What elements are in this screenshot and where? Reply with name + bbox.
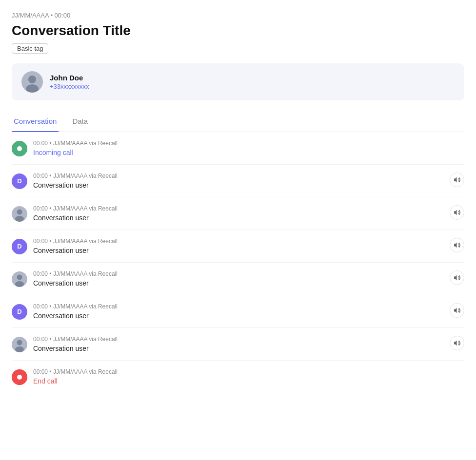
event-body: 00:00 • JJ/MM/AAAA via Reecall Conversat… — [33, 303, 444, 320]
event-icon-photo — [12, 271, 27, 287]
event-meta: 00:00 • JJ/MM/AAAA via Reecall — [33, 172, 444, 179]
svg-point-6 — [17, 209, 22, 214]
event-text: Conversation user — [33, 214, 444, 222]
event-meta: 00:00 • JJ/MM/AAAA via Reecall — [33, 270, 444, 277]
event-body: 00:00 • JJ/MM/AAAA via Reecall Conversat… — [33, 270, 444, 287]
event-meta: 00:00 • JJ/MM/AAAA via Reecall — [33, 368, 458, 375]
event-meta: 00:00 • JJ/MM/AAAA via Reecall — [33, 205, 444, 212]
event-icon-photo — [12, 337, 27, 352]
contact-card: John Doe +33xxxxxxxxx — [12, 63, 464, 100]
svg-point-9 — [17, 274, 22, 280]
event-text: Conversation user — [33, 279, 444, 287]
page-title: Conversation Title — [12, 23, 464, 38]
event-body: 00:00 • JJ/MM/AAAA via Reecall Conversat… — [33, 336, 444, 352]
event-text: Conversation user — [33, 181, 444, 189]
audio-button[interactable] — [450, 336, 464, 350]
event-actions — [450, 336, 464, 350]
event-icon-purple: D — [12, 304, 27, 320]
svg-point-1 — [28, 76, 36, 83]
event-body: 00:00 • JJ/MM/AAAA via Reecall End call — [33, 368, 458, 385]
svg-point-13 — [15, 346, 24, 352]
svg-point-7 — [15, 216, 24, 222]
conversation-list: 00:00 • JJ/MM/AAAA via Reecall Incoming … — [12, 132, 464, 393]
list-item: 00:00 • JJ/MM/AAAA via Reecall Conversat… — [12, 328, 464, 361]
tab-data[interactable]: Data — [70, 112, 90, 132]
audio-button[interactable] — [450, 303, 464, 318]
event-body: 00:00 • JJ/MM/AAAA via Reecall Conversat… — [33, 172, 444, 189]
svg-point-12 — [17, 340, 22, 345]
event-text: Conversation user — [33, 345, 444, 352]
list-item: D 00:00 • JJ/MM/AAAA via Reecall Convers… — [12, 165, 464, 197]
page: JJ/MM/AAAA • 00:00 Conversation Title Ba… — [0, 0, 476, 393]
svg-point-10 — [15, 281, 24, 287]
avatar — [21, 71, 43, 93]
tab-conversation[interactable]: Conversation — [12, 112, 59, 132]
event-text: End call — [33, 377, 458, 385]
list-item: 00:00 • JJ/MM/AAAA via Reecall Conversat… — [12, 197, 464, 230]
svg-point-15 — [17, 375, 22, 380]
event-body: 00:00 • JJ/MM/AAAA via Reecall Conversat… — [33, 205, 444, 222]
event-actions — [450, 303, 464, 318]
event-body: 00:00 • JJ/MM/AAAA via Reecall Conversat… — [33, 238, 444, 254]
contact-info: John Doe +33xxxxxxxxx — [50, 74, 89, 90]
list-item: 00:00 • JJ/MM/AAAA via Reecall Conversat… — [12, 263, 464, 295]
event-meta: 00:00 • JJ/MM/AAAA via Reecall — [33, 303, 444, 310]
event-icon-green — [12, 141, 27, 156]
audio-button[interactable] — [450, 172, 464, 187]
event-actions — [450, 205, 464, 220]
event-text: Conversation user — [33, 247, 444, 254]
event-actions — [450, 238, 464, 252]
event-actions — [450, 172, 464, 187]
audio-button[interactable] — [450, 238, 464, 252]
contact-phone: +33xxxxxxxxx — [50, 83, 89, 90]
audio-button[interactable] — [450, 270, 464, 285]
event-meta: 00:00 • JJ/MM/AAAA via Reecall — [33, 238, 444, 245]
list-item: D 00:00 • JJ/MM/AAAA via Reecall Convers… — [12, 230, 464, 263]
event-icon-purple: D — [12, 173, 27, 189]
event-icon-photo — [12, 206, 27, 222]
event-meta: 00:00 • JJ/MM/AAAA via Reecall — [33, 140, 458, 147]
list-item: 00:00 • JJ/MM/AAAA via Reecall Incoming … — [12, 132, 464, 165]
event-text: Incoming call — [33, 149, 458, 156]
svg-point-4 — [17, 146, 22, 151]
list-item: D 00:00 • JJ/MM/AAAA via Reecall Convers… — [12, 295, 464, 328]
list-item: 00:00 • JJ/MM/AAAA via Reecall End call — [12, 361, 464, 393]
event-icon-red — [12, 369, 27, 385]
audio-button[interactable] — [450, 205, 464, 220]
event-actions — [450, 270, 464, 285]
event-body: 00:00 • JJ/MM/AAAA via Reecall Incoming … — [33, 140, 458, 156]
tabs: Conversation Data — [12, 112, 464, 132]
meta-date: JJ/MM/AAAA • 00:00 — [12, 12, 464, 19]
event-text: Conversation user — [33, 312, 444, 320]
event-meta: 00:00 • JJ/MM/AAAA via Reecall — [33, 336, 444, 343]
basic-tag: Basic tag — [12, 43, 48, 54]
contact-name: John Doe — [50, 74, 89, 82]
event-icon-purple: D — [12, 239, 27, 254]
